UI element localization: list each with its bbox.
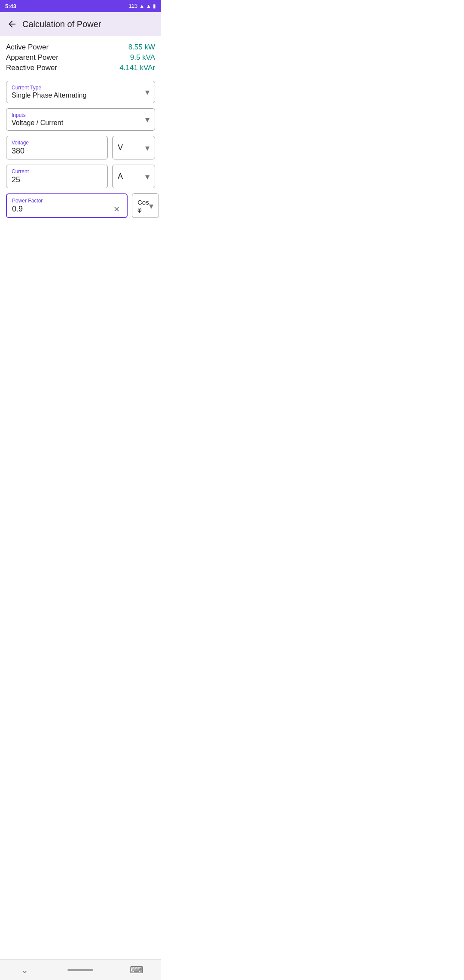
current-unit-value: A bbox=[118, 172, 123, 181]
power-factor-unit-value: Cos φ bbox=[137, 199, 149, 213]
status-time: 5:43 bbox=[5, 3, 16, 9]
app-bar: Calculation of Power bbox=[0, 12, 161, 36]
network-icon: 123 bbox=[129, 3, 137, 9]
inputs-dropdown[interactable]: Inputs Voltage / Current ▾ bbox=[6, 108, 155, 131]
apparent-power-value: 9.5 kVA bbox=[130, 53, 155, 62]
power-factor-field[interactable]: Power Factor ✕ bbox=[6, 193, 128, 218]
status-icons: 123 ▲ ▲ ▮ bbox=[129, 3, 156, 9]
current-unit-dropdown[interactable]: A ▾ bbox=[112, 165, 155, 188]
voltage-unit-value: V bbox=[118, 143, 123, 152]
wifi-icon: ▲ bbox=[139, 3, 144, 9]
voltage-field[interactable]: Voltage bbox=[6, 136, 108, 159]
results-section: Active Power 8.55 kW Apparent Power 9.5 … bbox=[0, 36, 161, 77]
current-type-value: Single Phase Alternating bbox=[12, 92, 86, 99]
form-section: Current Type Single Phase Alternating ▾ … bbox=[0, 77, 161, 218]
apparent-power-row: Apparent Power 9.5 kVA bbox=[6, 53, 155, 62]
current-label: Current bbox=[12, 168, 102, 175]
power-factor-unit-chevron-icon: ▾ bbox=[149, 201, 153, 211]
battery-icon: ▮ bbox=[153, 3, 156, 9]
current-field[interactable]: Current bbox=[6, 165, 108, 188]
power-factor-clear-button[interactable]: ✕ bbox=[112, 205, 122, 213]
voltage-label: Voltage bbox=[12, 140, 102, 146]
current-row: Current A ▾ bbox=[6, 165, 155, 188]
power-factor-input[interactable] bbox=[12, 205, 112, 214]
voltage-input[interactable] bbox=[12, 147, 102, 156]
current-input[interactable] bbox=[12, 175, 102, 184]
power-factor-label: Power Factor bbox=[12, 198, 122, 204]
back-button[interactable] bbox=[3, 15, 21, 33]
inputs-chevron-icon: ▾ bbox=[145, 114, 150, 125]
current-type-label: Current Type bbox=[12, 85, 86, 91]
status-bar: 5:43 123 ▲ ▲ ▮ bbox=[0, 0, 161, 12]
page-title: Calculation of Power bbox=[22, 19, 101, 29]
reactive-power-label: Reactive Power bbox=[6, 64, 57, 72]
voltage-unit-chevron-icon: ▾ bbox=[145, 143, 150, 153]
power-factor-row: Power Factor ✕ Cos φ ▾ bbox=[6, 193, 155, 218]
active-power-row: Active Power 8.55 kW bbox=[6, 43, 155, 52]
current-type-chevron-icon: ▾ bbox=[145, 87, 150, 97]
inputs-value: Voltage / Current bbox=[12, 119, 63, 127]
current-type-dropdown[interactable]: Current Type Single Phase Alternating ▾ bbox=[6, 81, 155, 103]
apparent-power-label: Apparent Power bbox=[6, 53, 58, 62]
reactive-power-row: Reactive Power 4.141 kVAr bbox=[6, 64, 155, 72]
active-power-value: 8.55 kW bbox=[128, 43, 155, 52]
inputs-label: Inputs bbox=[12, 112, 63, 118]
reactive-power-value: 4.141 kVAr bbox=[119, 64, 155, 72]
signal-icon: ▲ bbox=[146, 3, 151, 9]
voltage-row: Voltage V ▾ bbox=[6, 136, 155, 159]
voltage-unit-dropdown[interactable]: V ▾ bbox=[112, 136, 155, 159]
active-power-label: Active Power bbox=[6, 43, 49, 52]
current-unit-chevron-icon: ▾ bbox=[145, 172, 150, 182]
power-factor-unit-dropdown[interactable]: Cos φ ▾ bbox=[132, 193, 159, 218]
